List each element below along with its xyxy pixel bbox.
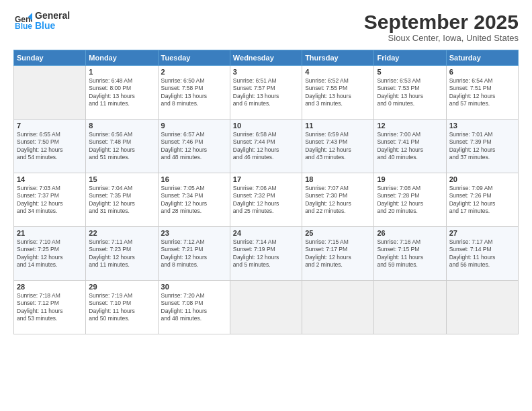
day-info: Sunrise: 6:54 AM Sunset: 7:51 PM Dayligh… bbox=[449, 77, 515, 108]
day-number: 27 bbox=[449, 229, 515, 237]
day-info: Sunrise: 7:04 AM Sunset: 7:35 PM Dayligh… bbox=[89, 185, 154, 216]
month-title: September 2025 bbox=[364, 11, 519, 33]
day-info: Sunrise: 7:18 AM Sunset: 7:12 PM Dayligh… bbox=[17, 292, 83, 323]
week-row-4: 21Sunrise: 7:10 AM Sunset: 7:25 PM Dayli… bbox=[14, 227, 519, 281]
day-number: 1 bbox=[89, 68, 154, 76]
header: General Blue General Blue September 2025… bbox=[13, 11, 519, 43]
day-number: 13 bbox=[449, 122, 515, 130]
calendar-cell: 29Sunrise: 7:19 AM Sunset: 7:10 PM Dayli… bbox=[86, 281, 158, 334]
day-info: Sunrise: 7:09 AM Sunset: 7:26 PM Dayligh… bbox=[449, 185, 515, 216]
calendar-cell: 15Sunrise: 7:04 AM Sunset: 7:35 PM Dayli… bbox=[86, 173, 158, 227]
day-info: Sunrise: 6:52 AM Sunset: 7:55 PM Dayligh… bbox=[305, 77, 371, 108]
calendar-cell: 14Sunrise: 7:03 AM Sunset: 7:37 PM Dayli… bbox=[14, 173, 86, 227]
day-info: Sunrise: 7:15 AM Sunset: 7:17 PM Dayligh… bbox=[305, 238, 371, 269]
day-info: Sunrise: 7:20 AM Sunset: 7:08 PM Dayligh… bbox=[161, 292, 227, 323]
calendar-cell: 17Sunrise: 7:06 AM Sunset: 7:32 PM Dayli… bbox=[230, 173, 302, 227]
day-number: 22 bbox=[89, 229, 154, 237]
calendar-cell: 20Sunrise: 7:09 AM Sunset: 7:26 PM Dayli… bbox=[446, 173, 518, 227]
week-row-2: 7Sunrise: 6:55 AM Sunset: 7:50 PM Daylig… bbox=[14, 120, 519, 173]
day-number: 23 bbox=[161, 229, 227, 237]
day-info: Sunrise: 7:01 AM Sunset: 7:39 PM Dayligh… bbox=[449, 131, 515, 162]
day-header-friday: Friday bbox=[374, 50, 446, 66]
calendar-cell: 19Sunrise: 7:08 AM Sunset: 7:28 PM Dayli… bbox=[374, 173, 446, 227]
day-number: 14 bbox=[17, 175, 83, 183]
calendar-cell: 8Sunrise: 6:56 AM Sunset: 7:48 PM Daylig… bbox=[86, 120, 158, 173]
location-subtitle: Sioux Center, Iowa, United States bbox=[364, 33, 519, 43]
day-number: 8 bbox=[89, 122, 154, 130]
calendar-cell: 28Sunrise: 7:18 AM Sunset: 7:12 PM Dayli… bbox=[14, 281, 86, 334]
day-info: Sunrise: 6:55 AM Sunset: 7:50 PM Dayligh… bbox=[17, 131, 83, 162]
calendar-cell bbox=[302, 281, 374, 334]
day-info: Sunrise: 7:10 AM Sunset: 7:25 PM Dayligh… bbox=[17, 238, 83, 269]
calendar-cell: 30Sunrise: 7:20 AM Sunset: 7:08 PM Dayli… bbox=[158, 281, 230, 334]
day-header-wednesday: Wednesday bbox=[230, 50, 302, 66]
day-info: Sunrise: 6:57 AM Sunset: 7:46 PM Dayligh… bbox=[161, 131, 227, 162]
day-number: 12 bbox=[377, 122, 443, 130]
logo-icon: General Blue bbox=[13, 11, 32, 30]
day-number: 9 bbox=[161, 122, 227, 130]
day-number: 25 bbox=[305, 229, 371, 237]
calendar-cell bbox=[14, 66, 86, 120]
day-number: 10 bbox=[233, 122, 299, 130]
day-info: Sunrise: 6:59 AM Sunset: 7:43 PM Dayligh… bbox=[305, 131, 371, 162]
day-number: 24 bbox=[233, 229, 299, 237]
day-header-monday: Monday bbox=[86, 50, 158, 66]
day-number: 16 bbox=[161, 175, 227, 183]
day-number: 11 bbox=[305, 122, 371, 130]
calendar-cell: 26Sunrise: 7:16 AM Sunset: 7:15 PM Dayli… bbox=[374, 227, 446, 281]
logo-blue: Blue bbox=[35, 21, 70, 31]
calendar-table: SundayMondayTuesdayWednesdayThursdayFrid… bbox=[13, 50, 519, 334]
day-info: Sunrise: 7:19 AM Sunset: 7:10 PM Dayligh… bbox=[89, 292, 154, 323]
calendar-cell: 21Sunrise: 7:10 AM Sunset: 7:25 PM Dayli… bbox=[14, 227, 86, 281]
calendar-cell: 18Sunrise: 7:07 AM Sunset: 7:30 PM Dayli… bbox=[302, 173, 374, 227]
calendar-cell: 16Sunrise: 7:05 AM Sunset: 7:34 PM Dayli… bbox=[158, 173, 230, 227]
day-info: Sunrise: 7:00 AM Sunset: 7:41 PM Dayligh… bbox=[377, 131, 443, 162]
day-info: Sunrise: 7:03 AM Sunset: 7:37 PM Dayligh… bbox=[17, 185, 83, 216]
logo: General Blue General Blue bbox=[13, 11, 70, 32]
day-number: 20 bbox=[449, 175, 515, 183]
day-info: Sunrise: 6:50 AM Sunset: 7:58 PM Dayligh… bbox=[161, 77, 227, 108]
calendar-cell: 24Sunrise: 7:14 AM Sunset: 7:19 PM Dayli… bbox=[230, 227, 302, 281]
day-info: Sunrise: 7:06 AM Sunset: 7:32 PM Dayligh… bbox=[233, 185, 299, 216]
calendar-cell: 9Sunrise: 6:57 AM Sunset: 7:46 PM Daylig… bbox=[158, 120, 230, 173]
week-row-3: 14Sunrise: 7:03 AM Sunset: 7:37 PM Dayli… bbox=[14, 173, 519, 227]
svg-text:Blue: Blue bbox=[15, 21, 32, 30]
page: General Blue General Blue September 2025… bbox=[0, 0, 532, 411]
day-info: Sunrise: 6:48 AM Sunset: 8:00 PM Dayligh… bbox=[89, 77, 154, 108]
day-number: 28 bbox=[17, 283, 83, 291]
day-info: Sunrise: 7:05 AM Sunset: 7:34 PM Dayligh… bbox=[161, 185, 227, 216]
calendar-cell: 2Sunrise: 6:50 AM Sunset: 7:58 PM Daylig… bbox=[158, 66, 230, 120]
day-header-thursday: Thursday bbox=[302, 50, 374, 66]
day-info: Sunrise: 6:56 AM Sunset: 7:48 PM Dayligh… bbox=[89, 131, 154, 162]
calendar-cell bbox=[230, 281, 302, 334]
day-info: Sunrise: 7:17 AM Sunset: 7:14 PM Dayligh… bbox=[449, 238, 515, 269]
calendar-cell: 5Sunrise: 6:53 AM Sunset: 7:53 PM Daylig… bbox=[374, 66, 446, 120]
day-number: 5 bbox=[377, 68, 443, 76]
calendar-cell: 23Sunrise: 7:12 AM Sunset: 7:21 PM Dayli… bbox=[158, 227, 230, 281]
calendar-cell: 25Sunrise: 7:15 AM Sunset: 7:17 PM Dayli… bbox=[302, 227, 374, 281]
day-header-tuesday: Tuesday bbox=[158, 50, 230, 66]
calendar-cell: 7Sunrise: 6:55 AM Sunset: 7:50 PM Daylig… bbox=[14, 120, 86, 173]
day-info: Sunrise: 7:16 AM Sunset: 7:15 PM Dayligh… bbox=[377, 238, 443, 269]
day-number: 29 bbox=[89, 283, 154, 291]
day-info: Sunrise: 7:08 AM Sunset: 7:28 PM Dayligh… bbox=[377, 185, 443, 216]
day-number: 30 bbox=[161, 283, 227, 291]
day-number: 4 bbox=[305, 68, 371, 76]
day-number: 19 bbox=[377, 175, 443, 183]
title-block: September 2025 Sioux Center, Iowa, Unite… bbox=[364, 11, 519, 43]
day-info: Sunrise: 7:12 AM Sunset: 7:21 PM Dayligh… bbox=[161, 238, 227, 269]
calendar-cell: 10Sunrise: 6:58 AM Sunset: 7:44 PM Dayli… bbox=[230, 120, 302, 173]
calendar-cell bbox=[446, 281, 518, 334]
day-number: 26 bbox=[377, 229, 443, 237]
day-header-saturday: Saturday bbox=[446, 50, 518, 66]
calendar-header-row: SundayMondayTuesdayWednesdayThursdayFrid… bbox=[14, 50, 519, 66]
calendar-cell: 22Sunrise: 7:11 AM Sunset: 7:23 PM Dayli… bbox=[86, 227, 158, 281]
day-number: 3 bbox=[233, 68, 299, 76]
day-info: Sunrise: 6:53 AM Sunset: 7:53 PM Dayligh… bbox=[377, 77, 443, 108]
week-row-1: 1Sunrise: 6:48 AM Sunset: 8:00 PM Daylig… bbox=[14, 66, 519, 120]
week-row-5: 28Sunrise: 7:18 AM Sunset: 7:12 PM Dayli… bbox=[14, 281, 519, 334]
calendar-cell: 12Sunrise: 7:00 AM Sunset: 7:41 PM Dayli… bbox=[374, 120, 446, 173]
day-info: Sunrise: 6:58 AM Sunset: 7:44 PM Dayligh… bbox=[233, 131, 299, 162]
calendar-cell: 6Sunrise: 6:54 AM Sunset: 7:51 PM Daylig… bbox=[446, 66, 518, 120]
day-number: 15 bbox=[89, 175, 154, 183]
